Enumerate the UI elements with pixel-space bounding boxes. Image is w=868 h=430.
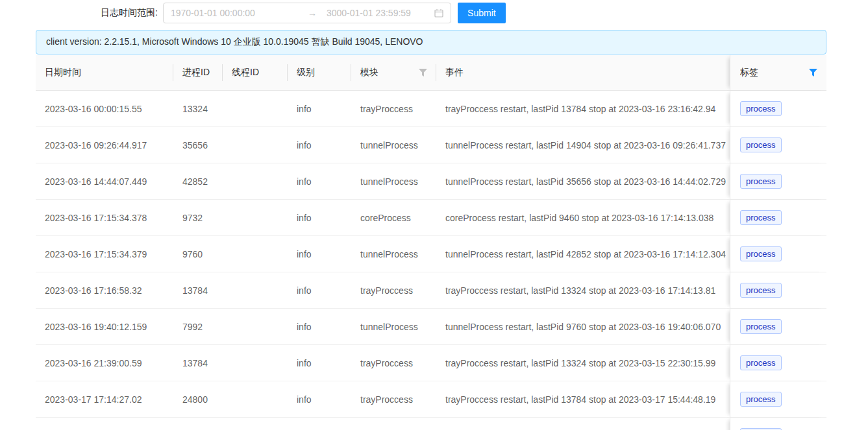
tag-badge: process [740,174,782,189]
log-table: 日期时间 进程ID 线程ID 级别 模块 事件 标签 2023-03-16 00 [36,55,826,430]
range-arrow-icon: → [298,8,327,18]
cell-tag: process [730,418,826,430]
table-row: 2023-03-16 00:00:15.55 13324 info trayPr… [36,91,826,127]
cell-datetime: 2023-03-16 09:26:44.917 [36,127,173,163]
cell-tag: process [730,236,826,272]
cell-datetime: 2023-03-16 17:16:58.32 [36,272,173,308]
cell-tag: process [730,272,826,308]
tag-badge: process [740,355,782,370]
table-row: 2023-03-16 21:39:00.59 13784 info trayPr… [36,345,826,381]
cell-level: info [288,200,351,235]
cell-tag: process [730,345,826,381]
cell-pid: 42852 [173,163,223,199]
cell-datetime: 2023-03-16 17:15:34.378 [36,200,173,235]
cell-event [436,418,730,430]
table-row: process [36,418,826,430]
cell-event: trayProccess restart, lastPid 13784 stop… [436,381,730,417]
table-row: 2023-03-16 19:40:12.159 7992 info tunnel… [36,309,826,345]
cell-module: tunnelProcess [351,309,436,344]
tag-filter-icon[interactable] [809,69,817,77]
cell-tag: process [730,127,826,163]
cell-event: tunnelProcess restart, lastPid 14904 sto… [436,127,730,163]
cell-event: trayProccess restart, lastPid 13324 stop… [436,345,730,381]
tag-badge: process [740,392,782,407]
cell-level: info [288,381,351,417]
cell-module: tunnelProcess [351,236,436,272]
cell-datetime: 2023-03-16 17:15:34.379 [36,236,173,272]
col-header-pid: 进程ID [173,55,223,90]
cell-event: trayProccess restart, lastPid 13324 stop… [436,272,730,308]
cell-event: tunnelProcess restart, lastPid 9760 stop… [436,309,730,344]
tag-badge: process [740,210,782,225]
cell-tid [223,91,288,126]
table-row: 2023-03-16 17:16:58.32 13784 info trayPr… [36,272,826,309]
table-body: 2023-03-16 00:00:15.55 13324 info trayPr… [36,91,826,430]
cell-tid [223,127,288,163]
cell-datetime: 2023-03-16 19:40:12.159 [36,309,173,344]
range-start-input[interactable]: 1970-01-01 00:00:00 [171,8,298,18]
col-header-level: 级别 [288,55,351,90]
col-header-tid: 线程ID [223,55,288,90]
cell-level: info [288,91,351,126]
table-header: 日期时间 进程ID 线程ID 级别 模块 事件 标签 [36,55,826,91]
client-version-banner: client version: 2.2.15.1, Microsoft Wind… [36,30,826,54]
cell-tid [223,272,288,308]
cell-level: info [288,272,351,308]
range-end-input[interactable]: 3000-01-01 23:59:59 [327,8,434,18]
cell-datetime: 2023-03-16 14:44:07.449 [36,163,173,199]
cell-pid: 9732 [173,200,223,235]
module-filter-icon[interactable] [419,69,427,77]
client-version-text: client version: 2.2.15.1, Microsoft Wind… [46,36,423,48]
cell-tag: process [730,163,826,199]
cell-level: info [288,345,351,381]
tag-badge: process [740,101,782,116]
cell-tag: process [730,309,826,344]
calendar-icon [434,8,443,18]
tag-badge: process [740,283,782,298]
cell-pid: 24800 [173,381,223,417]
table-row: 2023-03-16 17:15:34.379 9760 info tunnel… [36,236,826,272]
cell-tag: process [730,200,826,235]
cell-tid [223,309,288,344]
tag-badge: process [740,319,782,334]
cell-tid [223,345,288,381]
cell-datetime: 2023-03-16 00:00:15.55 [36,91,173,126]
cell-module: trayProccess [351,91,436,126]
cell-event: coreProcess restart, lastPid 9460 stop a… [436,200,730,235]
cell-pid: 13324 [173,91,223,126]
cell-tid [223,200,288,235]
cell-pid: 13784 [173,345,223,381]
tag-badge: process [740,246,782,261]
cell-module: tunnelProcess [351,127,436,163]
cell-module: tunnelProcess [351,163,436,199]
cell-tid [223,381,288,417]
cell-level [288,418,351,430]
col-header-module: 模块 [351,55,436,90]
tag-badge: process [740,137,782,152]
cell-level: info [288,309,351,344]
cell-pid: 9760 [173,236,223,272]
cell-module: trayProccess [351,381,436,417]
cell-datetime [36,418,173,430]
cell-tid [223,236,288,272]
cell-pid [173,418,223,430]
cell-module: trayProccess [351,272,436,308]
table-row: 2023-03-17 17:14:27.02 24800 info trayPr… [36,381,826,418]
col-header-tag: 标签 [730,55,826,90]
cell-datetime: 2023-03-16 21:39:00.59 [36,345,173,381]
cell-pid: 35656 [173,127,223,163]
cell-datetime: 2023-03-17 17:14:27.02 [36,381,173,417]
col-header-event: 事件 [436,55,730,90]
cell-event: tunnelProcess restart, lastPid 35656 sto… [436,163,730,199]
cell-tag: process [730,91,826,126]
cell-tid [223,163,288,199]
cell-level: info [288,127,351,163]
cell-tid [223,418,288,430]
time-range-label: 日志时间范围: [101,7,158,19]
time-range-picker[interactable]: 1970-01-01 00:00:00 → 3000-01-01 23:59:5… [163,3,451,23]
cell-level: info [288,163,351,199]
table-row: 2023-03-16 09:26:44.917 35656 info tunne… [36,127,826,163]
submit-button[interactable]: Submit [458,3,506,23]
toolbar: 日志时间范围: 1970-01-01 00:00:00 → 3000-01-01… [0,0,868,26]
cell-event: tunnelProcess restart, lastPid 42852 sto… [436,236,730,272]
